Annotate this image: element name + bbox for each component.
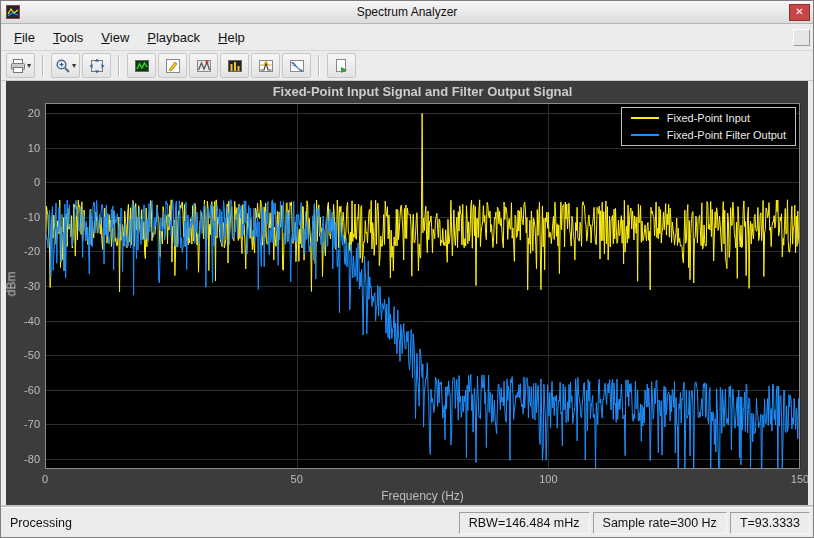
spectral-mask-icon (258, 58, 274, 74)
sample-rate-cell: Sample rate=300 Hz (593, 512, 727, 534)
cursor-measurements-icon (165, 58, 181, 74)
ccdf-measurements-button[interactable] (282, 53, 311, 78)
close-button[interactable]: ✕ (789, 4, 810, 21)
step-forward-icon (334, 58, 350, 74)
spectral-mask-button[interactable] (251, 53, 280, 78)
peak-finder-button[interactable] (189, 53, 218, 78)
y-axis-label: dBm (4, 272, 18, 297)
magnifier-icon (55, 58, 71, 74)
figure-area: Fixed-Point Input Signal and Filter Outp… (6, 81, 808, 507)
legend-item: Fixed-Point Input (631, 112, 786, 124)
chevron-down-icon: ▾ (27, 62, 31, 70)
print-button[interactable]: ▾ (6, 53, 35, 78)
peak-finder-icon (196, 58, 212, 74)
legend-label: Fixed-Point Filter Output (667, 129, 786, 141)
toolbar-separator (318, 55, 320, 77)
distortion-measurements-button[interactable] (220, 53, 249, 78)
window-title: Spectrum Analyzer (1, 5, 813, 19)
legend-item: Fixed-Point Filter Output (631, 129, 786, 141)
time-cell: T=93.3333 (730, 512, 810, 534)
printer-icon (10, 58, 26, 74)
menu-tools[interactable]: Tools (44, 26, 92, 49)
playback-step-button[interactable] (327, 53, 356, 78)
toolbar-separator (42, 55, 44, 77)
title-bar: Spectrum Analyzer ✕ (1, 1, 813, 24)
legend-label: Fixed-Point Input (667, 112, 750, 124)
ccdf-icon (289, 58, 305, 74)
expand-arrows-icon (89, 58, 105, 74)
spectrum-settings-button[interactable] (127, 53, 156, 78)
status-bar: Processing RBW=146.484 mHzSample rate=30… (1, 507, 813, 537)
status-message: Processing (4, 512, 456, 534)
plot-title: Fixed-Point Input Signal and Filter Outp… (45, 84, 800, 99)
menu-file[interactable]: File (5, 26, 44, 49)
menu-view[interactable]: View (92, 26, 138, 49)
legend-line-sample (631, 134, 659, 136)
spectrum-settings-icon (134, 58, 150, 74)
menu-playback[interactable]: Playback (138, 26, 209, 49)
scale-axes-button[interactable] (82, 53, 111, 78)
zoom-button[interactable]: ▾ (51, 53, 80, 78)
rbw-cell: RBW=146.484 mHz (459, 512, 590, 534)
menubar-grip-button[interactable] (793, 29, 810, 46)
distortion-icon (227, 58, 243, 74)
spectrum-analyzer-window: Spectrum Analyzer ✕ FileToolsViewPlaybac… (0, 0, 814, 538)
legend[interactable]: Fixed-Point Input Fixed-Point Filter Out… (621, 107, 796, 146)
menu-help[interactable]: Help (209, 26, 254, 49)
x-axis-label: Frequency (Hz) (45, 489, 800, 503)
legend-line-sample (631, 117, 659, 119)
toolbar: ▾▾ (1, 51, 813, 81)
cursor-measurements-button[interactable] (158, 53, 187, 78)
toolbar-separator (118, 55, 120, 77)
menu-bar: FileToolsViewPlaybackHelp (1, 24, 813, 51)
chevron-down-icon: ▾ (72, 62, 76, 70)
